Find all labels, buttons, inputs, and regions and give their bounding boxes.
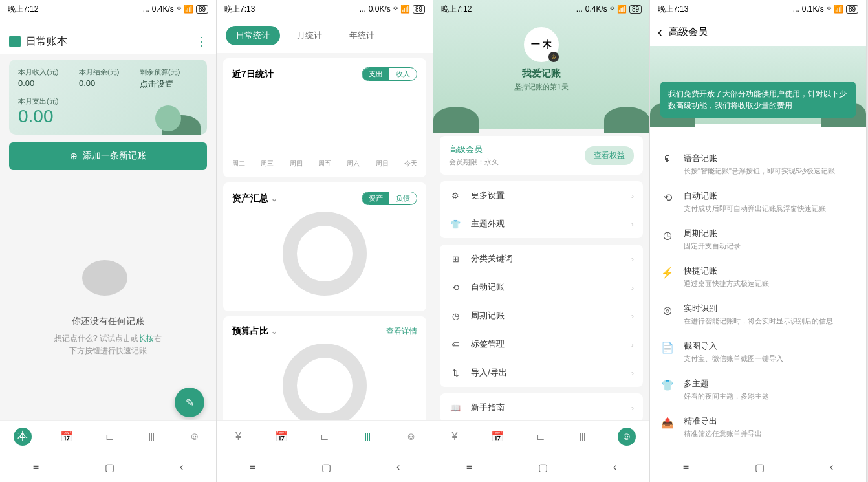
feature-auto[interactable]: ⟲自动记账支付成功后即可自动弹出记账悬浮窗快速记账 — [650, 183, 866, 221]
sys-menu-icon[interactable]: ≡ — [33, 461, 39, 473]
pill-expense[interactable]: 支出 — [362, 68, 389, 80]
nav-ledger[interactable]: ¥ — [447, 429, 462, 444]
bottom-nav: ¥ 📅 ⊏ ⫼ ☺ — [433, 420, 649, 452]
nav-ledger[interactable]: 本 — [14, 428, 32, 446]
card-assets: 资产汇总 ⌄ 资产 负债 — [223, 182, 426, 311]
status-bar: 晚上7:13 ...0.0K/s⌔📶89 — [217, 0, 433, 18]
status-right: ...0.4K/s ⌔ 📶 89 — [143, 5, 208, 14]
feature-themes[interactable]: 👕多主题好看的夜间主题，多彩主题 — [650, 371, 866, 408]
sys-home-icon[interactable]: ▢ — [321, 461, 331, 474]
stat-tabs: 日常统计 月统计 年统计 — [217, 18, 433, 53]
nav-stats[interactable]: ⫼ — [360, 429, 376, 444]
feature-export[interactable]: 📤精准导出精准筛选任意账单并导出 — [650, 408, 866, 446]
pill-group-1: 支出 收入 — [362, 67, 417, 81]
back-icon[interactable]: ‹ — [658, 25, 662, 39]
tab-yearly[interactable]: 年统计 — [339, 26, 385, 45]
feature-recognize[interactable]: ◎实时识别在进行智能记账时，将会实时显示识别后的信息 — [650, 296, 866, 333]
chevron-right-icon: › — [631, 219, 634, 229]
info-banner: 我们免费开放了大部分功能供用户使用，针对以下少数高级功能，我们将收取少量的费用 — [660, 82, 856, 118]
settings-group-1: ⚙更多设置› 👕主题外观› — [440, 181, 643, 238]
item-auto[interactable]: ⟲自动记账› — [440, 273, 643, 301]
sys-menu-icon[interactable]: ≡ — [466, 461, 472, 473]
nav-me[interactable]: ☺ — [618, 428, 636, 446]
nav-me[interactable]: ☺ — [187, 429, 202, 444]
nav-me[interactable]: ☺ — [404, 429, 419, 444]
more-icon[interactable]: ⋮ — [195, 34, 207, 49]
pill-income[interactable]: 收入 — [389, 68, 417, 80]
item-keywords[interactable]: ⊞分类关键词› — [440, 245, 643, 273]
item-import-export[interactable]: ⇅导入/导出› — [440, 358, 643, 387]
settings-group-3: 📖新手指南› — [440, 393, 643, 422]
line-chart — [232, 87, 417, 155]
sys-home-icon[interactable]: ▢ — [538, 461, 548, 474]
feature-quick[interactable]: ⚡快捷记账通过桌面快捷方式极速记账 — [650, 258, 866, 296]
tab-monthly[interactable]: 月统计 — [287, 26, 332, 45]
add-record-button[interactable]: ⊕ 添加一条新记账 — [9, 142, 207, 170]
nav-assets[interactable]: ⊏ — [317, 429, 332, 444]
sys-menu-icon[interactable]: ≡ — [683, 461, 689, 473]
nav-assets[interactable]: ⊏ — [102, 429, 117, 444]
status-bar: 晚上7:12 ...0.4K/s ⌔ 📶 89 — [0, 0, 216, 18]
book-icon — [9, 36, 21, 47]
screen-me: 晚上7:12 ...0.4K/s⌔📶89 一 木 ♔ 我爱记账 坚持记账的第1天… — [433, 0, 650, 482]
io-icon: ⇅ — [449, 368, 462, 378]
quick-record-fab[interactable]: ✎ — [175, 388, 204, 417]
vip-card[interactable]: 高级会员 会员期限：永久 查看权益 — [440, 136, 643, 175]
plant-decoration — [136, 86, 207, 135]
detail-link[interactable]: 查看详情 — [386, 326, 417, 337]
chevron-down-icon: ⌄ — [271, 194, 277, 203]
tab-daily[interactable]: 日常统计 — [226, 26, 280, 45]
crown-icon: ♔ — [548, 52, 559, 62]
card-title[interactable]: 资产汇总 ⌄ — [232, 193, 277, 204]
nav-calendar[interactable]: 📅 — [59, 429, 74, 444]
feature-cycle[interactable]: ◷周期记账固定开支自动记录 — [650, 221, 866, 258]
sys-back-icon[interactable]: ‹ — [613, 461, 616, 473]
item-more-settings[interactable]: ⚙更多设置› — [440, 181, 643, 210]
card-7day: 近7日统计 支出 收入 周二周三周四周五周六周日今天 — [223, 58, 426, 177]
item-tags[interactable]: 🏷标签管理› — [440, 330, 643, 358]
pill-assets[interactable]: 资产 — [362, 192, 389, 204]
system-nav: ≡ ▢ ‹ — [0, 452, 216, 482]
add-icon: ⊕ — [70, 151, 78, 161]
nav-calendar[interactable]: 📅 — [490, 429, 505, 444]
summary-card[interactable]: 本月收入(元) 本月结余(元) 剩余预算(元) 0.00 0.00 点击设置 本… — [9, 60, 207, 135]
sys-home-icon[interactable]: ▢ — [755, 461, 765, 474]
avatar[interactable]: 一 木 ♔ — [524, 27, 559, 62]
sys-back-icon[interactable]: ‹ — [396, 461, 400, 473]
vip-benefits-button[interactable]: 查看权益 — [585, 146, 634, 165]
feature-voice[interactable]: 🎙语音记账长按"智能记账"悬浮按钮，即可实现5秒极速记账 — [650, 146, 866, 183]
vip-hero: 我们免费开放了大部分功能供用户使用，针对以下少数高级功能，我们将收取少量的费用 — [650, 46, 866, 124]
loop-icon: ⟲ — [449, 283, 462, 292]
ledger-title[interactable]: 日常账本 — [26, 35, 195, 49]
nav-assets[interactable]: ⊏ — [532, 429, 548, 444]
sys-back-icon[interactable]: ‹ — [180, 461, 183, 473]
nav-ledger[interactable]: ¥ — [230, 429, 246, 444]
card-title: 近7日统计 — [232, 69, 274, 80]
income-label: 本月收入(元) — [18, 67, 63, 77]
bottom-nav: 本 📅 ⊏ ⫼ ☺ — [0, 420, 216, 452]
nav-stats[interactable]: ⫼ — [144, 429, 160, 444]
signal-icon: 📶 — [184, 5, 193, 14]
eye-icon: ◎ — [660, 303, 675, 326]
sys-menu-icon[interactable]: ≡ — [250, 461, 255, 473]
header: 日常账本 ⋮ — [0, 18, 216, 54]
item-theme[interactable]: 👕主题外观› — [440, 210, 643, 238]
pill-debt[interactable]: 负债 — [389, 192, 417, 204]
clock-icon: ◷ — [449, 311, 462, 321]
bolt-icon: ⚡ — [660, 265, 675, 289]
export-icon: 📤 — [660, 415, 675, 439]
settings-group-2: ⊞分类关键词› ⟲自动记账› ◷周期记账› 🏷标签管理› ⇅导入/导出› — [440, 245, 643, 387]
sys-home-icon[interactable]: ▢ — [105, 461, 114, 474]
item-guide[interactable]: 📖新手指南› — [440, 393, 643, 422]
card-title[interactable]: 预算占比 ⌄ — [232, 325, 277, 337]
nav-stats[interactable]: ⫼ — [575, 429, 591, 444]
feature-screenshot[interactable]: 📄截图导入支付宝、微信账单截图一键导入 — [650, 333, 866, 371]
plant-decoration — [578, 74, 650, 133]
item-cycle[interactable]: ◷周期记账› — [440, 301, 643, 330]
empty-illustration — [63, 247, 153, 305]
status-bar: 晚上7:12 ...0.4K/s⌔📶89 — [433, 0, 649, 18]
nav-calendar[interactable]: 📅 — [274, 429, 289, 444]
sys-back-icon[interactable]: ‹ — [830, 461, 833, 473]
system-nav: ≡ ▢ ‹ — [433, 452, 649, 482]
mic-icon: 🎙 — [660, 153, 675, 176]
